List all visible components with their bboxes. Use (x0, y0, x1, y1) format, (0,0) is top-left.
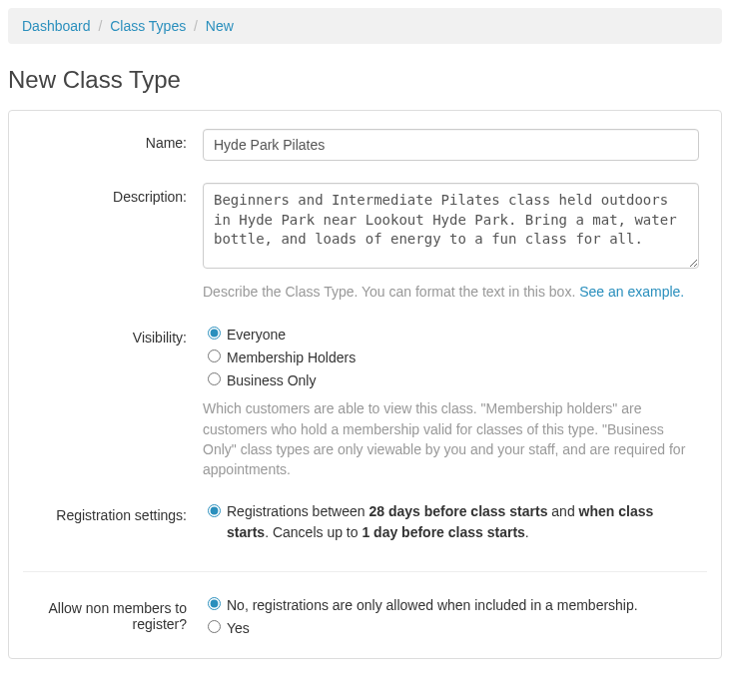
registration-option[interactable]: Registrations between 28 days before cla… (203, 501, 699, 543)
registration-radio-group: Registrations between 28 days before cla… (203, 501, 699, 543)
description-textarea[interactable] (203, 183, 699, 269)
breadcrumb-sep: / (98, 18, 102, 34)
visibility-option-everyone[interactable]: Everyone (203, 324, 699, 343)
form-panel: Name: Description: Describe the Class Ty… (8, 110, 722, 659)
see-example-link[interactable]: See an example. (579, 284, 684, 300)
row-name: Name: (23, 129, 707, 161)
breadcrumb: Dashboard / Class Types / New (8, 8, 722, 44)
visibility-help: Which customers are able to view this cl… (203, 398, 699, 479)
registration-radio[interactable] (208, 504, 221, 517)
breadcrumb-class-types[interactable]: Class Types (110, 18, 186, 34)
reg-p2: and (547, 503, 578, 519)
reg-b3: 1 day before class starts (362, 524, 524, 540)
visibility-label-business: Business Only (227, 372, 316, 388)
divider (23, 571, 707, 572)
visibility-radio-membership[interactable] (208, 350, 221, 362)
page-title: New Class Type (8, 66, 722, 94)
description-help: Describe the Class Type. You can format … (203, 282, 699, 302)
visibility-label-everyone: Everyone (227, 327, 286, 343)
label-nonmembers: Allow non members to register? (23, 594, 203, 632)
visibility-label-membership: Membership Holders (227, 350, 356, 365)
reg-b1: 28 days before class starts (368, 503, 547, 519)
label-name: Name: (23, 129, 203, 151)
nonmembers-option-yes[interactable]: Yes (203, 617, 699, 636)
reg-p1: Registrations between (227, 503, 368, 519)
reg-p4: . (525, 524, 529, 540)
label-description: Description: (23, 183, 203, 205)
breadcrumb-dashboard[interactable]: Dashboard (22, 18, 91, 34)
label-registration: Registration settings: (23, 501, 203, 523)
row-nonmembers: Allow non members to register? No, regis… (23, 594, 707, 640)
visibility-radio-everyone[interactable] (208, 327, 221, 340)
nonmembers-label-no: No, registrations are only allowed when … (227, 597, 638, 613)
nonmembers-label-yes: Yes (227, 620, 250, 636)
reg-p3: . Cancels up to (265, 524, 362, 540)
breadcrumb-new[interactable]: New (206, 18, 234, 34)
row-visibility: Visibility: Everyone Membership Holders … (23, 324, 707, 479)
nonmembers-option-no[interactable]: No, registrations are only allowed when … (203, 594, 699, 613)
visibility-option-business[interactable]: Business Only (203, 369, 699, 388)
visibility-option-membership[interactable]: Membership Holders (203, 347, 699, 365)
breadcrumb-sep: / (194, 18, 198, 34)
row-registration: Registration settings: Registrations bet… (23, 501, 707, 547)
label-visibility: Visibility: (23, 324, 203, 346)
nonmembers-radio-yes[interactable] (208, 620, 221, 633)
nonmembers-radio-group: No, registrations are only allowed when … (203, 594, 699, 636)
nonmembers-radio-no[interactable] (208, 597, 221, 610)
visibility-radio-business[interactable] (208, 372, 221, 385)
visibility-radio-group: Everyone Membership Holders Business Onl… (203, 324, 699, 388)
name-input[interactable] (203, 129, 699, 161)
row-description: Description: Describe the Class Type. Yo… (23, 183, 707, 302)
registration-text: Registrations between 28 days before cla… (227, 501, 699, 543)
description-help-text: Describe the Class Type. You can format … (203, 284, 579, 300)
